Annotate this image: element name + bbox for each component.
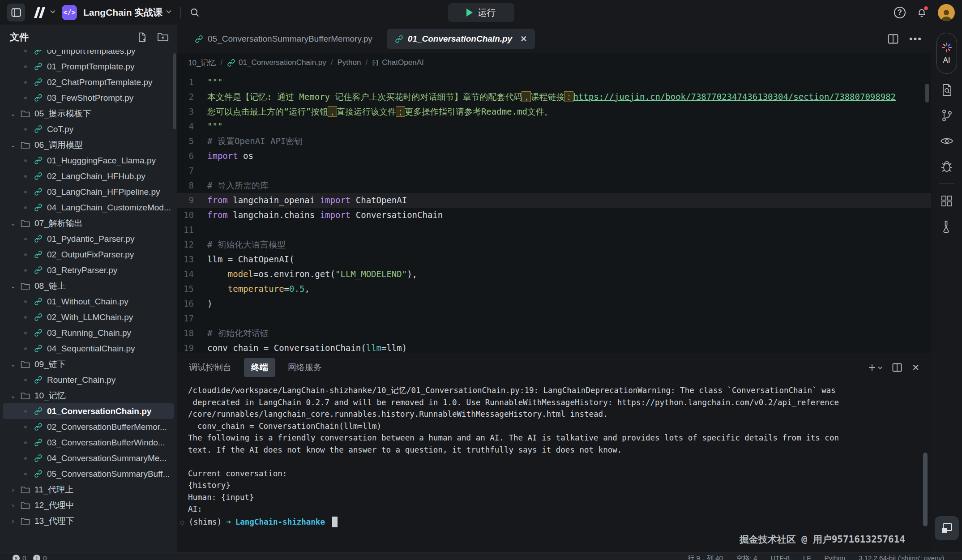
divider: [180, 7, 181, 18]
panel-tab[interactable]: 终端: [244, 358, 275, 377]
tab[interactable]: 05_ConversationSummaryBufferMemory.py: [187, 29, 381, 49]
search-in-files-icon[interactable]: [937, 81, 956, 99]
tree-folder[interactable]: ⌄06_调用模型: [3, 137, 174, 153]
tree-folder[interactable]: ⌄05_提示模板下: [3, 106, 174, 121]
test-flask-icon[interactable]: [937, 217, 956, 236]
warnings-indicator[interactable]: !0: [33, 552, 47, 560]
tree-file[interactable]: 03_FewShotPrompt.py: [3, 90, 174, 106]
close-panel-icon[interactable]: ✕: [912, 362, 919, 373]
tree-folder[interactable]: ⌄08_链上: [3, 278, 174, 294]
new-folder-icon[interactable]: [157, 32, 169, 43]
preview-eye-icon[interactable]: [937, 132, 956, 150]
tree-file[interactable]: 03_LangChain_HFPipeline.py: [3, 184, 174, 200]
tree-file[interactable]: 03_RetryParser.py: [3, 262, 174, 278]
breadcrumb-item[interactable]: Python: [337, 58, 361, 67]
notifications-button[interactable]: [916, 7, 927, 18]
tree-file[interactable]: 01_ConversationChain.py: [3, 403, 174, 419]
tree-folder[interactable]: ⌄09_链下: [3, 356, 174, 372]
file-status-dot: [24, 238, 27, 240]
breadcrumb-label: ChatOpenAI: [382, 58, 424, 67]
tree-file[interactable]: 04_ConversationSummaryMe...: [3, 450, 174, 466]
workspace-icon[interactable]: </>: [62, 5, 77, 20]
tree-folder[interactable]: ⌄10_记忆: [3, 388, 174, 403]
tab-active[interactable]: 01_ConversationChain.py✕: [387, 29, 535, 49]
tree-file[interactable]: 01_Without_Chain.py: [3, 294, 174, 309]
breadcrumb-item[interactable]: 10_记忆: [188, 58, 216, 68]
tree-file[interactable]: CoT.py: [3, 121, 174, 137]
file-tree: 00_ImportTemplates.py01_PromptTemplate.p…: [0, 50, 177, 552]
code-link[interactable]: https://juejin.cn/book/73877023474361303…: [573, 92, 896, 102]
close-tab-icon[interactable]: ✕: [520, 34, 527, 44]
tree-file[interactable]: 02_With_LLMChain.py: [3, 309, 174, 325]
sidebar-scrollbar[interactable]: [173, 53, 176, 129]
tree-file[interactable]: 01_PromptTemplate.py: [3, 59, 174, 74]
tree-file[interactable]: Rounter_Chain.py: [3, 372, 174, 388]
status-segment[interactable]: 空格: 4: [736, 552, 757, 560]
extensions-icon[interactable]: [937, 192, 956, 210]
tree-file[interactable]: 01_HugggingFace_Llama.py: [3, 153, 174, 168]
run-button[interactable]: 运行: [448, 3, 514, 22]
avatar[interactable]: [938, 4, 955, 21]
split-editor-icon[interactable]: [888, 34, 898, 44]
tree-file[interactable]: 03_Running_Chain.py: [3, 325, 174, 341]
problems-indicators[interactable]: ×0!0: [0, 552, 47, 560]
tree-file[interactable]: 02_LangChain_HFHub.py: [3, 168, 174, 184]
tree-file[interactable]: 04_LangChain_CustomizeMod...: [3, 200, 174, 215]
tree-item-label: 01_ConversationChain.py: [47, 406, 151, 416]
tree-file[interactable]: 00_ImportTemplates.py: [3, 50, 174, 59]
chain-icon: [34, 172, 43, 180]
project-switcher[interactable]: LangChain 实战课: [83, 6, 171, 19]
errors-indicator[interactable]: ×0: [13, 552, 26, 560]
more-actions-icon[interactable]: •••: [909, 33, 922, 45]
code-line: 10from langchain.chains import Conversat…: [177, 208, 931, 222]
tree-file[interactable]: 04_SequentialChain.py: [3, 341, 174, 356]
tree-file[interactable]: 02_OutputFixParser.py: [3, 247, 174, 262]
editor-scrollbar[interactable]: [925, 84, 929, 103]
sidebar-toggle-button[interactable]: [7, 4, 25, 21]
chevron-down-icon: ⌄: [10, 282, 16, 290]
panel-tab[interactable]: 网络服务: [287, 358, 323, 377]
tree-item-label: 02_With_LLMChain.py: [47, 312, 133, 322]
tree-file[interactable]: 05_ConversationSummaryBuff...: [3, 466, 174, 482]
marscode-logo[interactable]: [31, 6, 56, 19]
panel-tab[interactable]: 调试控制台: [188, 358, 232, 377]
tree-folder[interactable]: ⌄07_解析输出: [3, 215, 174, 231]
tree-item-label: 05_提示模板下: [34, 108, 91, 120]
tree-folder[interactable]: ›11_代理上: [3, 482, 174, 497]
ai-assistant-button[interactable]: AI: [936, 33, 957, 74]
code-token: llm = ChatOpenAI(: [207, 254, 294, 264]
terminal[interactable]: /cloudide/workspace/LangChain-shizhanke/…: [177, 381, 931, 552]
terminal-line: deprecated in LangChain 0.2.7 and will b…: [188, 397, 931, 409]
file-status-dot: [24, 50, 27, 52]
source-control-icon[interactable]: [937, 106, 956, 125]
tree-file[interactable]: 02_ChatPromptTemplate.py: [3, 74, 174, 90]
status-segment[interactable]: UTF-8: [770, 552, 790, 560]
breadcrumb-item[interactable]: ChatOpenAI: [372, 58, 424, 67]
tree-folder[interactable]: ›12_代理中: [3, 497, 174, 513]
breadcrumb-separator: /: [331, 58, 333, 67]
status-segment[interactable]: 3.12.2 64-bit ('shims': pyenv): [859, 552, 944, 560]
tree-file[interactable]: 02_ConversationBufferMemor...: [3, 419, 174, 435]
status-segment[interactable]: Python: [824, 552, 845, 560]
breadcrumb-item[interactable]: 01_ConversationChain.py: [227, 58, 326, 67]
tree-folder[interactable]: ›13_代理下: [3, 513, 174, 529]
tree-file[interactable]: 03_ConversationBufferWindo...: [3, 435, 174, 450]
code-editor[interactable]: 1"""2本文件是【记忆: 通过 Memory 记住客户上次买花时的对话细节】章…: [177, 72, 931, 354]
chain-icon: [227, 59, 235, 67]
tree-file[interactable]: 01_Pydantic_Parser.py: [3, 231, 174, 247]
status-segment[interactable]: 行 9，列 40: [688, 552, 723, 560]
chevron-down-icon: ⌄: [10, 220, 16, 227]
new-terminal-icon[interactable]: [868, 363, 882, 372]
debug-bug-icon[interactable]: [937, 157, 956, 176]
new-file-icon[interactable]: [137, 32, 147, 43]
split-terminal-icon[interactable]: [892, 363, 902, 372]
code-token: 0.5: [289, 284, 304, 294]
tree-item-label: Rounter_Chain.py: [47, 375, 115, 385]
folder-icon: [21, 282, 30, 290]
remote-window-button[interactable]: [935, 516, 959, 540]
folder-icon: [21, 392, 30, 400]
search-icon[interactable]: [190, 8, 200, 17]
help-icon[interactable]: ?: [894, 7, 906, 18]
status-segment[interactable]: LF: [803, 552, 811, 560]
terminal-scrollbar[interactable]: [923, 453, 928, 526]
